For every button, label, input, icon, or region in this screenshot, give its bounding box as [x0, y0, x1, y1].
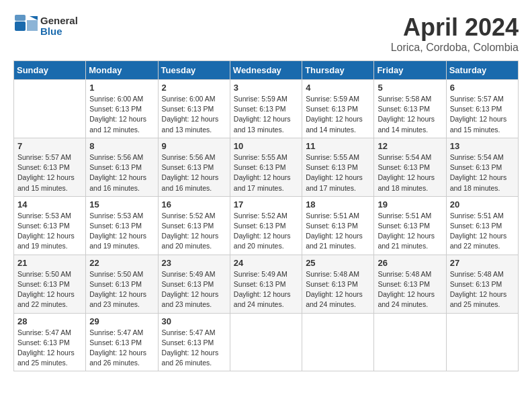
day-info: Sunrise: 5:54 AMSunset: 6:13 PMDaylight:…: [450, 152, 515, 193]
day-number: 24: [234, 258, 298, 268]
calendar-cell: 27Sunrise: 5:48 AMSunset: 6:13 PMDayligh…: [446, 255, 518, 313]
day-info: Sunrise: 5:48 AMSunset: 6:13 PMDaylight:…: [378, 269, 442, 310]
calendar-cell: 2Sunrise: 6:00 AMSunset: 6:13 PMDaylight…: [158, 80, 230, 138]
weekday-header-saturday: Saturday: [446, 61, 518, 80]
day-info: Sunrise: 5:47 AMSunset: 6:13 PMDaylight:…: [17, 328, 82, 369]
day-number: 16: [162, 199, 226, 210]
day-info: Sunrise: 5:53 AMSunset: 6:13 PMDaylight:…: [89, 211, 154, 252]
day-number: 6: [450, 83, 515, 93]
day-info: Sunrise: 5:55 AMSunset: 6:13 PMDaylight:…: [306, 152, 370, 193]
day-number: 4: [306, 83, 370, 93]
calendar-week-row: 1Sunrise: 6:00 AMSunset: 6:13 PMDaylight…: [14, 80, 519, 138]
day-info: Sunrise: 5:57 AMSunset: 6:13 PMDaylight:…: [450, 94, 515, 135]
calendar-cell: [374, 313, 446, 371]
day-number: 10: [234, 141, 298, 151]
day-number: 9: [162, 141, 226, 151]
calendar-cell: 16Sunrise: 5:52 AMSunset: 6:13 PMDayligh…: [158, 196, 230, 255]
logo-general: General: [40, 15, 78, 27]
day-info: Sunrise: 5:57 AMSunset: 6:13 PMDaylight:…: [17, 152, 82, 193]
logo-graphic: General Blue: [13, 13, 78, 39]
calendar-cell: 25Sunrise: 5:48 AMSunset: 6:13 PMDayligh…: [302, 255, 374, 313]
day-info: Sunrise: 6:00 AMSunset: 6:13 PMDaylight:…: [162, 94, 226, 135]
day-number: 7: [17, 141, 82, 151]
day-number: 26: [378, 258, 442, 268]
weekday-header-thursday: Thursday: [302, 61, 374, 80]
day-number: 5: [378, 83, 442, 93]
calendar-cell: 6Sunrise: 5:57 AMSunset: 6:13 PMDaylight…: [446, 80, 518, 138]
day-number: 1: [89, 83, 154, 93]
weekday-header-tuesday: Tuesday: [158, 61, 230, 80]
calendar-cell: 24Sunrise: 5:49 AMSunset: 6:13 PMDayligh…: [230, 255, 302, 313]
day-info: Sunrise: 5:52 AMSunset: 6:13 PMDaylight:…: [234, 211, 298, 252]
calendar-cell: 13Sunrise: 5:54 AMSunset: 6:13 PMDayligh…: [446, 138, 518, 196]
svg-rect-1: [15, 15, 26, 21]
calendar-body: 1Sunrise: 6:00 AMSunset: 6:13 PMDaylight…: [14, 80, 519, 371]
calendar-cell: 4Sunrise: 5:59 AMSunset: 6:13 PMDaylight…: [302, 80, 374, 138]
day-info: Sunrise: 5:47 AMSunset: 6:13 PMDaylight:…: [89, 328, 154, 369]
calendar-cell: 21Sunrise: 5:50 AMSunset: 6:13 PMDayligh…: [14, 255, 86, 313]
day-number: 3: [234, 83, 298, 93]
calendar-cell: [14, 80, 86, 138]
weekday-header-friday: Friday: [374, 61, 446, 80]
day-info: Sunrise: 5:56 AMSunset: 6:13 PMDaylight:…: [162, 152, 226, 193]
day-number: 2: [162, 83, 226, 93]
day-number: 15: [89, 199, 154, 210]
page-header: General Blue April 2024 Lorica, Cordoba,…: [13, 13, 519, 54]
calendar-week-row: 14Sunrise: 5:53 AMSunset: 6:13 PMDayligh…: [14, 196, 519, 255]
calendar-week-row: 21Sunrise: 5:50 AMSunset: 6:13 PMDayligh…: [14, 255, 519, 313]
calendar-week-row: 7Sunrise: 5:57 AMSunset: 6:13 PMDaylight…: [14, 138, 519, 196]
day-number: 22: [89, 258, 154, 268]
day-number: 27: [450, 258, 515, 268]
day-info: Sunrise: 5:55 AMSunset: 6:13 PMDaylight:…: [234, 152, 298, 193]
calendar-cell: 17Sunrise: 5:52 AMSunset: 6:13 PMDayligh…: [230, 196, 302, 255]
day-info: Sunrise: 5:49 AMSunset: 6:13 PMDaylight:…: [162, 269, 226, 310]
weekday-header-sunday: Sunday: [14, 61, 86, 80]
day-info: Sunrise: 5:59 AMSunset: 6:13 PMDaylight:…: [234, 94, 298, 135]
day-number: 29: [89, 316, 154, 326]
calendar-cell: 7Sunrise: 5:57 AMSunset: 6:13 PMDaylight…: [14, 138, 86, 196]
calendar-cell: 18Sunrise: 5:51 AMSunset: 6:13 PMDayligh…: [302, 196, 374, 255]
calendar-header-row: SundayMondayTuesdayWednesdayThursdayFrid…: [14, 61, 519, 80]
calendar-cell: 29Sunrise: 5:47 AMSunset: 6:13 PMDayligh…: [86, 313, 158, 371]
day-info: Sunrise: 5:56 AMSunset: 6:13 PMDaylight:…: [89, 152, 154, 193]
day-info: Sunrise: 5:51 AMSunset: 6:13 PMDaylight:…: [378, 211, 442, 252]
day-number: 17: [234, 199, 298, 210]
day-number: 11: [306, 141, 370, 151]
calendar-cell: 10Sunrise: 5:55 AMSunset: 6:13 PMDayligh…: [230, 138, 302, 196]
day-info: Sunrise: 5:58 AMSunset: 6:13 PMDaylight:…: [378, 94, 442, 135]
calendar-table: SundayMondayTuesdayWednesdayThursdayFrid…: [13, 60, 519, 371]
day-number: 20: [450, 199, 515, 210]
calendar-cell: 8Sunrise: 5:56 AMSunset: 6:13 PMDaylight…: [86, 138, 158, 196]
day-info: Sunrise: 5:59 AMSunset: 6:13 PMDaylight:…: [306, 94, 370, 135]
calendar-cell: 1Sunrise: 6:00 AMSunset: 6:13 PMDaylight…: [86, 80, 158, 138]
day-number: 19: [378, 199, 442, 210]
day-number: 13: [450, 141, 515, 151]
day-info: Sunrise: 6:00 AMSunset: 6:13 PMDaylight:…: [89, 94, 154, 135]
title-block: April 2024 Lorica, Cordoba, Colombia: [391, 13, 519, 54]
logo-blue: Blue: [40, 26, 78, 38]
day-number: 28: [17, 316, 82, 326]
day-number: 30: [162, 316, 226, 326]
calendar-cell: 20Sunrise: 5:51 AMSunset: 6:13 PMDayligh…: [446, 196, 518, 255]
day-number: 12: [378, 141, 442, 151]
calendar-cell: [230, 313, 302, 371]
calendar-cell: 12Sunrise: 5:54 AMSunset: 6:13 PMDayligh…: [374, 138, 446, 196]
calendar-cell: 5Sunrise: 5:58 AMSunset: 6:13 PMDaylight…: [374, 80, 446, 138]
day-info: Sunrise: 5:51 AMSunset: 6:13 PMDaylight:…: [306, 211, 370, 252]
svg-marker-2: [27, 20, 38, 31]
calendar-cell: 22Sunrise: 5:50 AMSunset: 6:13 PMDayligh…: [86, 255, 158, 313]
month-title: April 2024: [391, 13, 519, 42]
day-number: 25: [306, 258, 370, 268]
location-subtitle: Lorica, Cordoba, Colombia: [391, 42, 519, 54]
calendar-cell: 9Sunrise: 5:56 AMSunset: 6:13 PMDaylight…: [158, 138, 230, 196]
day-number: 23: [162, 258, 226, 268]
day-number: 8: [89, 141, 154, 151]
day-info: Sunrise: 5:49 AMSunset: 6:13 PMDaylight:…: [234, 269, 298, 310]
calendar-cell: 19Sunrise: 5:51 AMSunset: 6:13 PMDayligh…: [374, 196, 446, 255]
day-info: Sunrise: 5:52 AMSunset: 6:13 PMDaylight:…: [162, 211, 226, 252]
calendar-cell: 28Sunrise: 5:47 AMSunset: 6:13 PMDayligh…: [14, 313, 86, 371]
day-info: Sunrise: 5:47 AMSunset: 6:13 PMDaylight:…: [162, 328, 226, 369]
calendar-cell: [302, 313, 374, 371]
calendar-cell: 30Sunrise: 5:47 AMSunset: 6:13 PMDayligh…: [158, 313, 230, 371]
calendar-week-row: 28Sunrise: 5:47 AMSunset: 6:13 PMDayligh…: [14, 313, 519, 371]
